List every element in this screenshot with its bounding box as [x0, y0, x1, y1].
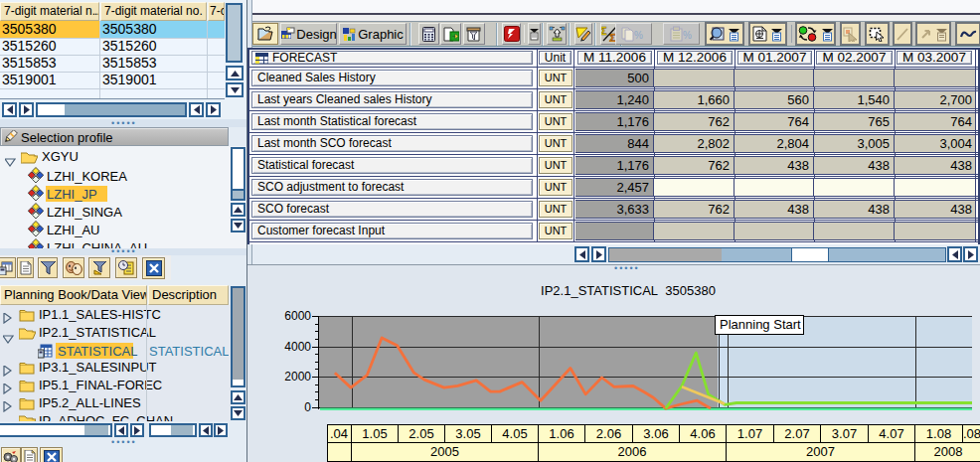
svg-text:Σ: Σ [601, 26, 607, 37]
svg-text:%: % [634, 30, 643, 41]
svg-text:%: % [683, 30, 692, 41]
